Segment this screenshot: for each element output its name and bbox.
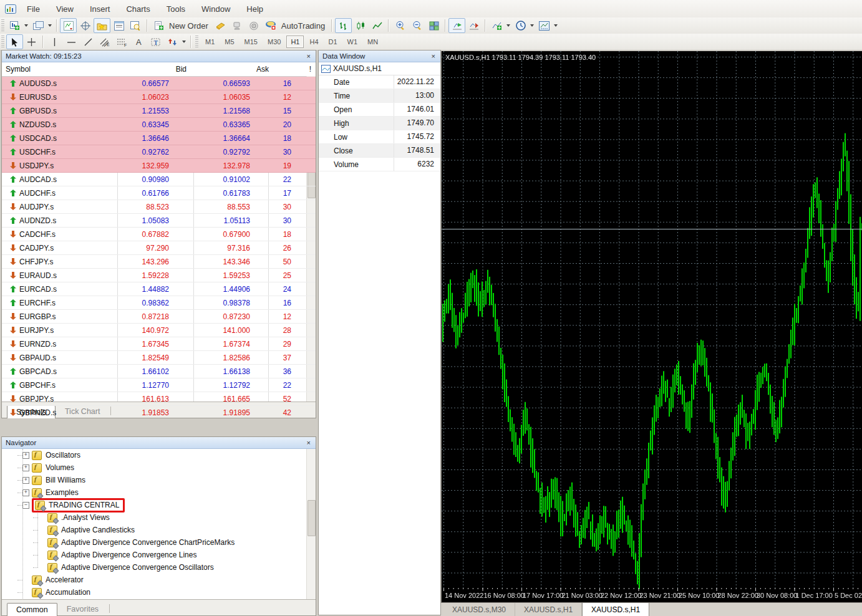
timeframe-h4-button[interactable]: H4 (305, 36, 322, 48)
market-watch-row[interactable]: USDCHF.s0.927620.9279230 (2, 145, 316, 159)
toolbar-grip[interactable] (1, 19, 4, 32)
menu-item-view[interactable]: View (48, 4, 82, 14)
timeframe-h1-button[interactable]: H1 (286, 36, 304, 48)
column-header-ask[interactable]: Ask (190, 65, 273, 74)
chart-tab-xauusd-s-m30[interactable]: XAUUSD.s,M30 (443, 603, 515, 616)
autotrading-label[interactable]: AutoTrading (281, 21, 325, 31)
market-watch-row[interactable]: AUDCHF.s0.617660.6178317 (2, 186, 316, 200)
menu-item-insert[interactable]: Insert (82, 4, 119, 14)
timeframe-d1-button[interactable]: D1 (324, 36, 342, 48)
tab-favorites[interactable]: Favorites (57, 602, 108, 615)
candlestick-style-button[interactable] (352, 18, 369, 33)
market-watch-row[interactable]: NZDUSD.s0.633450.6336520 (2, 118, 316, 132)
terminal-toggle-button[interactable] (110, 18, 127, 33)
chart-tab-xauusd-s-h1[interactable]: XAUUSD.s,H1 (515, 603, 582, 616)
templates-dropdown-caret[interactable] (554, 24, 558, 27)
text-tool-button[interactable]: A (130, 34, 147, 49)
market-watch-row[interactable]: GBPCHF.s1.127701.1279222 (2, 378, 316, 392)
line-chart-style-button[interactable] (369, 18, 385, 33)
zoom-out-button[interactable] (409, 18, 425, 33)
periods-dropdown-caret[interactable] (530, 24, 534, 27)
toolbar-grip[interactable] (1, 36, 4, 48)
market-watch-row[interactable]: EURNZD.s1.673451.6737429 (2, 337, 316, 351)
new-chart-button[interactable] (6, 18, 23, 33)
timeframe-w1-button[interactable]: W1 (343, 36, 362, 48)
market-watch-row[interactable]: USDJPY.s132.959132.97819 (2, 159, 316, 173)
tree-item-analyst-views[interactable]: .Analyst Views (33, 511, 316, 524)
tree-item-adaptive-divergence-convergence-chartpricemarks[interactable]: Adaptive Divergence Convergence ChartPri… (33, 536, 316, 549)
tile-windows-button[interactable] (425, 18, 442, 33)
expand-plus-icon[interactable]: + (22, 489, 29, 496)
zoom-in-button[interactable] (392, 18, 409, 33)
market-watch-toggle-button[interactable] (60, 18, 77, 33)
timeframe-m5-button[interactable]: M5 (220, 36, 238, 48)
market-watch-row[interactable]: EURGBP.s0.872180.8723012 (2, 310, 316, 324)
templates-button[interactable] (536, 18, 553, 33)
indicators-button[interactable] (488, 18, 505, 33)
cursor-tool-button[interactable] (6, 34, 23, 49)
chart-shift-button[interactable] (465, 18, 482, 33)
tree-item-adaptive-candlesticks[interactable]: Adaptive Candlesticks (33, 524, 316, 536)
tree-item-volumes[interactable]: +Volumes (17, 461, 316, 474)
price-chart-canvas[interactable] (442, 51, 862, 602)
periods-button[interactable] (512, 18, 529, 33)
timeframe-m1-button[interactable]: M1 (201, 36, 219, 48)
menu-item-charts[interactable]: Charts (118, 4, 158, 14)
strategy-tester-toggle-button[interactable] (127, 18, 144, 33)
market-watch-row[interactable]: GBPJPY.s161.613161.66552 (2, 392, 316, 406)
market-watch-row[interactable]: GBPNZD.s1.918531.9189542 (2, 406, 316, 417)
market-watch-row[interactable]: EURCAD.s1.448821.4490624 (2, 282, 316, 296)
tree-item-adaptive-divergence-convergence-lines[interactable]: Adaptive Divergence Convergence Lines (33, 549, 316, 561)
chart-tab-xauusd-s-h1[interactable]: XAUUSD.s,H1 (582, 603, 649, 616)
tree-item-oscillators[interactable]: +Oscillators (17, 449, 316, 461)
expand-plus-icon[interactable]: + (22, 452, 29, 459)
tree-item-trading-central[interactable]: −TRADING CENTRAL (17, 499, 316, 511)
timeframe-m30-button[interactable]: M30 (263, 36, 285, 48)
community-button[interactable] (229, 18, 246, 33)
fibonacci-tool-button[interactable]: F (114, 34, 130, 49)
expand-plus-icon[interactable]: + (22, 477, 29, 484)
horizontal-line-tool-button[interactable] (63, 34, 80, 49)
arrows-dropdown-caret[interactable] (182, 41, 186, 43)
market-watch-row[interactable]: AUDUSD.s0.665770.6659316 (2, 77, 316, 90)
tree-item-bill-williams[interactable]: +Bill Williams (17, 474, 316, 486)
timeframe-mn-button[interactable]: MN (363, 36, 382, 48)
vertical-line-tool-button[interactable] (46, 34, 63, 49)
market-watch-row[interactable]: GBPAUD.s1.825491.8258637 (2, 351, 316, 365)
market-watch-row[interactable]: CADCHF.s0.678820.6790018 (2, 228, 316, 241)
market-watch-close-icon[interactable]: × (306, 52, 312, 60)
column-header-spread[interactable]: ! (273, 65, 315, 74)
new-chart-dropdown-caret[interactable] (24, 24, 28, 27)
profiles-button[interactable] (30, 18, 47, 33)
tree-item[interactable] (17, 599, 316, 600)
bar-chart-style-button[interactable] (335, 18, 352, 33)
market-watch-row[interactable]: USDCAD.s1.366461.3666418 (2, 132, 316, 145)
expand-plus-icon[interactable]: + (22, 464, 29, 471)
data-window-toggle-button[interactable] (77, 18, 94, 33)
market-watch-row[interactable]: AUDCAD.s0.909800.9100222 (2, 173, 316, 186)
collapse-minus-icon[interactable]: − (22, 502, 29, 509)
data-window-close-icon[interactable]: × (430, 52, 437, 60)
alerts-button[interactable] (246, 18, 263, 33)
column-header-bid[interactable]: Bid (109, 65, 190, 74)
tree-item-accumulation[interactable]: Accumulation (17, 586, 316, 599)
market-watch-row[interactable]: AUDJPY.s88.52388.55330 (2, 200, 316, 214)
arrows-tool-button[interactable] (164, 34, 181, 49)
market-watch-row[interactable]: CHFJPY.s143.296143.34650 (2, 255, 316, 269)
menu-item-tools[interactable]: Tools (158, 4, 193, 14)
metaeditor-button[interactable] (212, 18, 229, 33)
tree-item-adaptive-divergence-convergence-oscillators[interactable]: Adaptive Divergence Convergence Oscillat… (33, 561, 316, 574)
new-order-button[interactable] (150, 18, 167, 33)
autotrading-button[interactable] (263, 18, 279, 33)
navigator-toggle-button[interactable] (94, 18, 110, 33)
market-watch-row[interactable]: CADJPY.s97.29097.31626 (2, 241, 316, 255)
tree-item-accelerator[interactable]: Accelerator (17, 574, 316, 586)
new-order-label[interactable]: New Order (169, 21, 208, 31)
market-watch-row[interactable]: GBPUSD.s1.215531.2156815 (2, 104, 316, 118)
timeframe-m15-button[interactable]: M15 (240, 36, 262, 48)
menu-item-window[interactable]: Window (193, 4, 238, 14)
column-header-symbol[interactable]: Symbol (2, 65, 109, 74)
market-watch-row[interactable]: EURAUD.s1.592281.5925325 (2, 269, 316, 282)
menu-item-help[interactable]: Help (238, 4, 271, 14)
navigator-close-icon[interactable]: × (306, 439, 312, 446)
